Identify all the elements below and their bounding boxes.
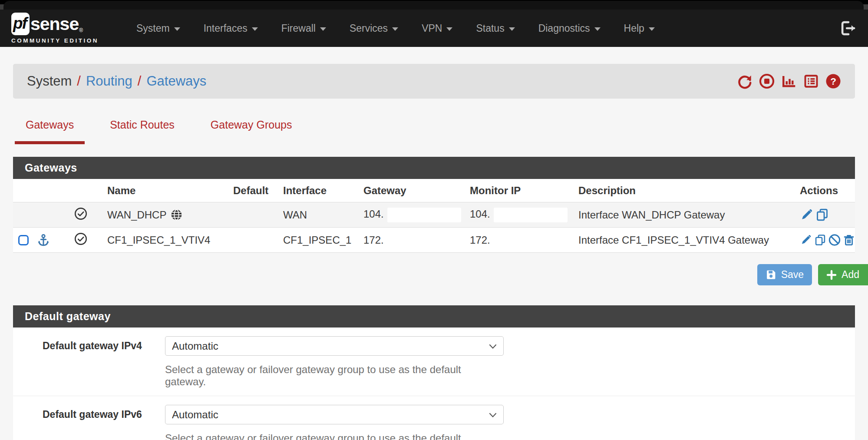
tab-gateways[interactable]: Gateways [15, 119, 85, 144]
copy-icon[interactable] [815, 208, 829, 222]
edit-icon[interactable] [800, 208, 813, 222]
col-header-gateway: Gateway [358, 179, 465, 202]
col-header-default: Default [228, 179, 278, 202]
button-row: Save Add [13, 264, 868, 285]
default-gateway-ipv4-label: Default gateway IPv4 [13, 336, 165, 388]
window-chrome [0, 0, 868, 10]
monitor-ip: 172. [470, 234, 490, 246]
window-chrome-top [3, 1, 864, 10]
caret-down-icon [320, 27, 326, 31]
gateway-name: WAN_DHCP [107, 209, 166, 221]
caret-down-icon [446, 27, 452, 31]
monitor-ip: 104. [470, 208, 490, 220]
gateway-default-cell [228, 202, 278, 228]
menu-status[interactable]: Status [464, 23, 526, 34]
community-edition-label: COMMUNITY EDITION [11, 37, 99, 44]
gateways-panel-title: Gateways [13, 157, 855, 179]
stop-icon[interactable] [759, 73, 775, 89]
pfsense-logo-pf: pf [11, 13, 30, 35]
caret-down-icon [509, 27, 515, 31]
default-gateway-ipv6-label: Default gateway IPv6 [13, 405, 165, 440]
breadcrumb-bar: System / Routing / Gateways [13, 64, 855, 99]
breadcrumb-separator: / [77, 73, 81, 89]
menu-system[interactable]: System [125, 23, 192, 34]
row-select-checkbox[interactable] [18, 235, 29, 245]
gateway-address: 172. [363, 234, 384, 246]
breadcrumb-link-routing[interactable]: Routing [86, 73, 132, 89]
caret-down-icon [649, 27, 655, 31]
default-gateway-globe-icon [171, 209, 182, 221]
gateway-description: Interface WAN_DHCP Gateway [573, 202, 795, 228]
menu-services[interactable]: Services [338, 23, 410, 34]
registered-mark: ® [79, 27, 83, 33]
disable-icon[interactable] [828, 233, 841, 247]
breadcrumb-link-gateways[interactable]: Gateways [146, 73, 206, 89]
caret-down-icon [252, 27, 258, 31]
sub-tabs: Gateways Static Routes Gateway Groups [13, 119, 855, 144]
copy-icon[interactable] [814, 233, 826, 247]
gateway-interface: WAN [278, 202, 358, 228]
redacted-ip-box [387, 208, 461, 222]
page-action-icons: ? [737, 73, 841, 89]
breadcrumb: System / Routing / Gateways [27, 73, 206, 89]
pfsense-logo-text: pfsense® [11, 13, 99, 35]
menu-diagnostics[interactable]: Diagnostics [527, 23, 612, 34]
edit-icon[interactable] [800, 233, 812, 247]
default-gateway-ipv6-select[interactable]: Automatic [165, 405, 504, 424]
refresh-icon[interactable] [737, 73, 752, 89]
caret-down-icon [392, 27, 398, 31]
default-gateway-ipv6-help: Select a gateway or failover gateway gro… [165, 432, 504, 440]
default-gateway-panel-title: Default gateway [13, 305, 855, 328]
tab-static-routes[interactable]: Static Routes [99, 119, 185, 144]
menu-firewall[interactable]: Firewall [270, 23, 338, 34]
tab-gateway-groups[interactable]: Gateway Groups [200, 119, 303, 144]
table-header-row: Name Default Interface Gateway Monitor I… [13, 179, 855, 202]
log-icon[interactable] [803, 73, 819, 89]
page-content: System / Routing / Gateways [0, 64, 868, 440]
redacted-ip-box [494, 208, 568, 222]
menu-interfaces[interactable]: Interfaces [192, 23, 270, 34]
gateway-online-icon [74, 207, 87, 220]
breadcrumb-root: System [27, 73, 72, 89]
col-header-interface: Interface [278, 179, 358, 202]
anchor-icon[interactable] [37, 234, 50, 247]
gateway-default-cell [228, 228, 278, 253]
logout-icon[interactable] [840, 21, 857, 36]
main-menu: System Interfaces Firewall Services VPN … [125, 23, 667, 34]
default-gateway-ipv4-row: Default gateway IPv4 Automatic Select a … [13, 328, 855, 396]
gateway-name: CF1_IPSEC_1_VTIV4 [107, 234, 210, 246]
default-gateway-ipv4-select[interactable]: Automatic [165, 336, 504, 356]
menu-vpn[interactable]: VPN [410, 23, 464, 34]
delete-icon[interactable] [843, 233, 855, 247]
pfsense-logo-sense: sense [30, 14, 79, 34]
default-gateway-ipv6-row: Default gateway IPv6 Automatic Select a … [13, 396, 855, 440]
gateway-address: 104. [363, 208, 384, 220]
breadcrumb-separator: / [138, 73, 142, 89]
save-button[interactable]: Save [757, 264, 812, 285]
svg-text:?: ? [830, 76, 836, 87]
gateways-panel: Gateways Name Default Interface Gateway … [13, 157, 855, 253]
chart-icon[interactable] [781, 73, 797, 89]
top-navbar: pfsense® COMMUNITY EDITION System Interf… [0, 10, 868, 47]
col-header-name: Name [98, 179, 228, 202]
menu-help[interactable]: Help [612, 23, 667, 34]
help-icon[interactable]: ? [825, 73, 841, 89]
gateway-description: Interface CF1_IPSEC_1_VTIV4 Gateway [573, 228, 795, 253]
add-button[interactable]: Add [818, 264, 868, 285]
col-header-monitor-ip: Monitor IP [465, 179, 573, 202]
gateway-online-icon [74, 232, 87, 245]
pfsense-logo[interactable]: pfsense® COMMUNITY EDITION [11, 13, 99, 44]
gateway-interface: CF1_IPSEC_1 [278, 228, 358, 253]
default-gateway-panel: Default gateway Default gateway IPv4 Aut… [13, 305, 855, 440]
plus-icon [826, 270, 837, 280]
caret-down-icon [174, 27, 180, 31]
col-header-description: Description [573, 179, 795, 202]
col-header-actions: Actions [795, 179, 855, 202]
default-gateway-ipv4-help: Select a gateway or failover gateway gro… [165, 364, 504, 388]
caret-down-icon [594, 27, 601, 31]
gateways-table: Name Default Interface Gateway Monitor I… [13, 179, 855, 253]
table-row: WAN_DHCP WAN 104. 104. Interface WAN_DHC… [13, 202, 855, 228]
table-row: CF1_IPSEC_1_VTIV4 CF1_IPSEC_1 172. 172. … [13, 228, 855, 253]
save-icon [766, 269, 776, 280]
